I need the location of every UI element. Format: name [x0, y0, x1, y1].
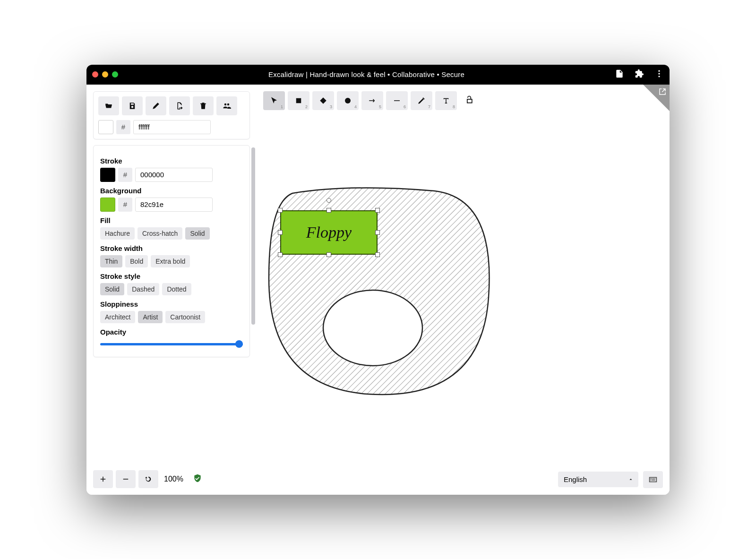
sloppiness-options: Architect Artist Cartoonist: [100, 311, 243, 323]
ss-solid[interactable]: Solid: [100, 283, 124, 295]
properties-panel: Stroke # Background # Fill Hachure: [93, 145, 250, 357]
selected-shape[interactable]: Floppy: [280, 210, 378, 255]
svg-point-2: [658, 76, 660, 77]
window-title: Excalidraw | Hand-drawn look & feel • Co…: [118, 70, 615, 78]
tool-text[interactable]: 8: [435, 91, 457, 110]
sw-thin[interactable]: Thin: [100, 255, 122, 267]
maximize-window-button[interactable]: [112, 71, 118, 77]
more-icon[interactable]: [654, 69, 664, 80]
save-as-button[interactable]: [146, 96, 166, 115]
clear-canvas-button[interactable]: [193, 96, 214, 115]
minimize-window-button[interactable]: [102, 71, 108, 77]
open-button[interactable]: [98, 96, 119, 115]
resize-handle-n[interactable]: [326, 208, 331, 213]
app-body: Floppy 1: [86, 85, 670, 495]
zoom-bar: 100%: [93, 470, 202, 488]
canvas-bg-swatch[interactable]: [98, 120, 113, 134]
sl-cartoonist[interactable]: Cartoonist: [165, 311, 205, 323]
fill-solid[interactable]: Solid: [185, 227, 209, 240]
hash-label: #: [118, 168, 132, 182]
stroke-width-options: Thin Bold Extra bold: [100, 255, 243, 267]
zoom-reset-button[interactable]: [138, 470, 158, 488]
opacity-heading: Opacity: [100, 328, 243, 336]
shape-text: Floppy: [306, 224, 352, 241]
opacity-slider[interactable]: [100, 343, 243, 345]
rotation-handle[interactable]: [326, 198, 331, 203]
shape-toolbar: 1 2 3 4 5: [263, 91, 474, 110]
collaboration-button[interactable]: [216, 96, 237, 115]
zoom-out-button[interactable]: [116, 470, 136, 488]
stroke-width-heading: Stroke width: [100, 244, 243, 252]
sloppiness-heading: Sloppiness: [100, 300, 243, 308]
background-color-input[interactable]: [135, 198, 213, 212]
svg-point-4: [323, 290, 422, 366]
shield-icon[interactable]: [193, 473, 202, 485]
zoom-level: 100%: [164, 475, 183, 483]
extensions-icon[interactable]: [635, 69, 644, 80]
sw-bold[interactable]: Bold: [125, 255, 148, 267]
hash-label: #: [118, 198, 132, 212]
stroke-color-input[interactable]: [135, 168, 213, 182]
panel-scrollbar[interactable]: [251, 147, 255, 325]
language-label: English: [564, 475, 587, 483]
svg-point-6: [345, 98, 351, 103]
resize-handle-s[interactable]: [326, 252, 331, 257]
keyboard-button[interactable]: [643, 471, 663, 488]
svg-rect-8: [123, 479, 129, 480]
sw-extrabold[interactable]: Extra bold: [151, 255, 190, 267]
svg-rect-5: [296, 98, 301, 103]
titlebar: Excalidraw | Hand-drawn look & feel • Co…: [86, 65, 670, 85]
fill-crosshatch[interactable]: Cross-hatch: [137, 227, 182, 240]
save-button[interactable]: [122, 96, 143, 115]
resize-handle-ne[interactable]: [375, 208, 380, 213]
library-icon[interactable]: [658, 87, 667, 98]
sl-architect[interactable]: Architect: [100, 311, 135, 323]
left-panel: # Stroke # Background #: [93, 91, 250, 357]
fill-options: Hachure Cross-hatch Solid: [100, 227, 243, 240]
titlebar-actions: [615, 69, 664, 80]
svg-point-0: [658, 70, 660, 71]
tool-draw[interactable]: 7: [411, 91, 432, 110]
canvas-bg-input[interactable]: [133, 120, 211, 134]
sl-artist[interactable]: Artist: [138, 311, 163, 323]
hash-label: #: [116, 120, 130, 134]
resize-handle-w[interactable]: [278, 230, 283, 235]
stroke-style-options: Solid Dashed Dotted: [100, 283, 243, 295]
tool-arrow[interactable]: 5: [361, 91, 383, 110]
language-select[interactable]: English: [558, 472, 638, 487]
resize-handle-se[interactable]: [375, 252, 380, 257]
stroke-swatch[interactable]: [100, 168, 115, 182]
lock-button[interactable]: [464, 95, 474, 106]
caret-up-icon: [628, 475, 634, 483]
file-section: #: [93, 91, 250, 139]
background-swatch[interactable]: [100, 198, 115, 212]
tool-diamond[interactable]: 3: [312, 91, 334, 110]
export-button[interactable]: [169, 96, 190, 115]
close-window-button[interactable]: [92, 71, 98, 77]
zoom-in-button[interactable]: [93, 470, 113, 488]
app-window: Excalidraw | Hand-drawn look & feel • Co…: [86, 65, 670, 495]
tool-rectangle[interactable]: 2: [288, 91, 309, 110]
background-heading: Background: [100, 187, 243, 195]
traffic-lights: [92, 71, 118, 77]
ss-dashed[interactable]: Dashed: [127, 283, 159, 295]
resize-handle-sw[interactable]: [278, 252, 283, 257]
ss-dotted[interactable]: Dotted: [162, 283, 191, 295]
stroke-style-heading: Stroke style: [100, 272, 243, 280]
selected-rectangle[interactable]: Floppy: [280, 210, 378, 255]
fill-hachure[interactable]: Hachure: [100, 227, 135, 240]
stroke-heading: Stroke: [100, 157, 243, 165]
bottom-right-bar: English: [558, 471, 663, 488]
fill-heading: Fill: [100, 216, 243, 224]
tool-line[interactable]: 6: [386, 91, 408, 110]
tool-ellipse[interactable]: 4: [337, 91, 359, 110]
svg-point-1: [658, 73, 660, 74]
resize-handle-e[interactable]: [375, 230, 380, 235]
document-icon[interactable]: [615, 69, 624, 80]
resize-handle-nw[interactable]: [278, 208, 283, 213]
tool-selection[interactable]: 1: [263, 91, 285, 110]
